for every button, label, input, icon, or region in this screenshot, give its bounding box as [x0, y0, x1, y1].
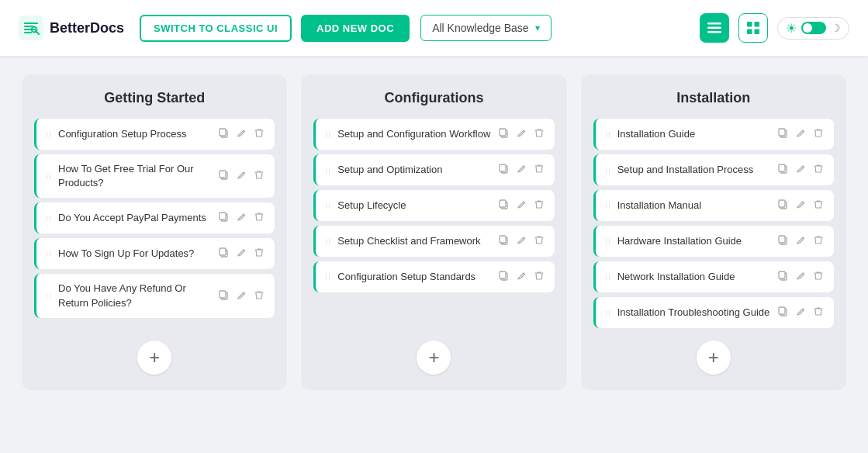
drag-handle-icon[interactable]: ⁝⁝	[605, 237, 611, 246]
doc-name: Configuration Setup Process	[58, 127, 211, 141]
doc-actions	[776, 162, 825, 178]
doc-actions	[497, 269, 545, 285]
doc-actions	[776, 305, 825, 320]
svg-rect-32	[779, 164, 785, 171]
drag-handle-icon[interactable]: ⁝⁝	[46, 250, 52, 258]
edit-button[interactable]	[515, 198, 528, 213]
copy-button[interactable]	[217, 126, 230, 142]
svg-rect-28	[500, 271, 506, 278]
list-item: ⁝⁝Installation Manual	[593, 190, 834, 221]
add-item-button-getting-started[interactable]: +	[137, 341, 171, 375]
copy-button[interactable]	[217, 210, 230, 226]
svg-rect-4	[707, 31, 721, 33]
toggle-switch[interactable]	[801, 22, 826, 34]
delete-button[interactable]	[812, 198, 825, 213]
copy-button[interactable]	[217, 168, 230, 184]
add-item-button-configurations[interactable]: +	[417, 341, 451, 375]
list-view-button[interactable]	[700, 13, 729, 43]
drag-handle-icon[interactable]: ⁝⁝	[46, 214, 52, 223]
svg-rect-2	[707, 22, 721, 25]
delete-button[interactable]	[253, 126, 265, 142]
drag-handle-icon[interactable]: ⁝⁝	[325, 273, 331, 282]
drag-handle-icon[interactable]: ⁝⁝	[605, 130, 611, 139]
list-item: ⁝⁝Installation Guide	[593, 119, 834, 150]
switch-to-classic-button[interactable]: SWITCH TO CLASSIC UI	[140, 15, 292, 42]
delete-button[interactable]	[533, 198, 545, 213]
edit-button[interactable]	[235, 210, 248, 226]
edit-button[interactable]	[235, 126, 248, 142]
drag-handle-icon[interactable]: ⁝⁝	[46, 172, 52, 181]
delete-button[interactable]	[533, 233, 545, 249]
delete-button[interactable]	[253, 246, 265, 261]
delete-button[interactable]	[533, 126, 545, 142]
delete-button[interactable]	[253, 289, 265, 304]
list-item: ⁝⁝Configuration Setup Process	[34, 119, 275, 150]
copy-button[interactable]	[776, 126, 790, 142]
edit-button[interactable]	[794, 305, 807, 320]
delete-button[interactable]	[253, 210, 265, 226]
copy-button[interactable]	[776, 233, 790, 249]
drag-handle-icon[interactable]: ⁝⁝	[325, 166, 331, 175]
chevron-down-icon: ▾	[535, 22, 540, 33]
edit-button[interactable]	[794, 269, 807, 285]
grid-view-button[interactable]	[738, 13, 768, 43]
copy-button[interactable]	[497, 126, 510, 142]
edit-button[interactable]	[515, 233, 528, 249]
drag-handle-icon[interactable]: ⁝⁝	[46, 130, 52, 139]
doc-actions	[217, 126, 265, 142]
knowledge-base-select[interactable]: All Knowledge Base ▾	[420, 15, 552, 41]
grid-icon	[747, 22, 759, 34]
copy-button[interactable]	[497, 269, 510, 285]
delete-button[interactable]	[812, 305, 825, 320]
drag-handle-icon[interactable]: ⁝⁝	[325, 202, 331, 210]
copy-button[interactable]	[497, 162, 510, 178]
doc-actions	[497, 162, 545, 178]
logo-area: BetterDocs	[19, 16, 124, 40]
svg-rect-7	[747, 29, 752, 35]
doc-list-installation: ⁝⁝Installation Guide⁝⁝Setup and Installa…	[593, 119, 834, 328]
list-item: ⁝⁝How To Sign Up For Updates?	[34, 238, 275, 269]
drag-handle-icon[interactable]: ⁝⁝	[605, 273, 611, 282]
edit-button[interactable]	[515, 269, 528, 285]
copy-button[interactable]	[497, 198, 510, 213]
delete-button[interactable]	[812, 162, 825, 178]
doc-actions	[497, 126, 545, 142]
copy-button[interactable]	[217, 246, 230, 261]
edit-button[interactable]	[794, 162, 807, 178]
edit-button[interactable]	[794, 126, 807, 142]
copy-button[interactable]	[776, 198, 790, 213]
drag-handle-icon[interactable]: ⁝⁝	[605, 309, 611, 317]
delete-button[interactable]	[533, 162, 545, 178]
theme-toggle[interactable]: ☀ ☽	[777, 17, 849, 40]
copy-button[interactable]	[497, 233, 510, 249]
edit-button[interactable]	[235, 168, 248, 184]
add-new-doc-button[interactable]: ADD NEW DOC	[301, 15, 410, 42]
delete-button[interactable]	[253, 168, 265, 184]
svg-rect-38	[779, 271, 785, 278]
doc-name: Configuration Setup Standards	[337, 270, 490, 284]
copy-button[interactable]	[217, 289, 230, 304]
copy-button[interactable]	[776, 269, 790, 285]
list-item: ⁝⁝Setup and Installation Process	[593, 154, 834, 185]
copy-button[interactable]	[776, 162, 790, 178]
edit-button[interactable]	[235, 289, 248, 304]
drag-handle-icon[interactable]: ⁝⁝	[325, 130, 331, 139]
edit-button[interactable]	[515, 126, 528, 142]
drag-handle-icon[interactable]: ⁝⁝	[605, 202, 611, 210]
edit-button[interactable]	[515, 162, 528, 178]
edit-button[interactable]	[235, 246, 248, 261]
drag-handle-icon[interactable]: ⁝⁝	[325, 237, 331, 246]
add-item-button-installation[interactable]: +	[697, 341, 731, 375]
svg-rect-18	[220, 291, 226, 298]
drag-handle-icon[interactable]: ⁝⁝	[46, 292, 52, 300]
delete-button[interactable]	[812, 126, 825, 142]
delete-button[interactable]	[812, 233, 825, 249]
edit-button[interactable]	[794, 233, 807, 249]
edit-button[interactable]	[794, 198, 807, 213]
drag-handle-icon[interactable]: ⁝⁝	[605, 166, 611, 175]
doc-name: Do You Accept PayPal Payments	[58, 211, 211, 225]
delete-button[interactable]	[533, 269, 545, 285]
copy-button[interactable]	[776, 305, 790, 320]
svg-rect-30	[779, 129, 785, 136]
delete-button[interactable]	[812, 269, 825, 285]
